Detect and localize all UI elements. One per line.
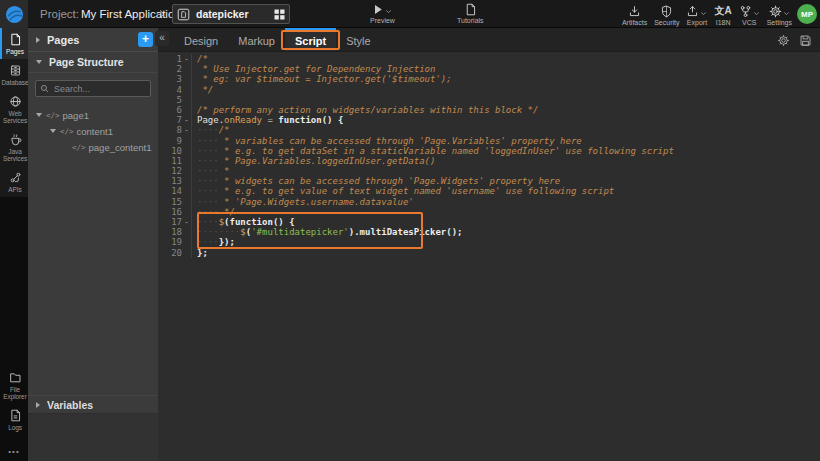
save-icon[interactable] [799,34,812,47]
tab-label: Design [184,35,218,47]
code-line[interactable]: 20}; [158,248,820,258]
caret-down-icon[interactable] [50,129,56,133]
code-line[interactable]: 6/* perform any action on widgets/variab… [158,105,820,115]
tab-style[interactable]: Style [336,28,380,51]
rail-item-logs[interactable]: Logs [0,404,28,435]
rail-item-databases[interactable]: Databases [0,59,28,90]
fold-marker-icon[interactable]: - [182,115,192,125]
caret-right-icon [36,37,40,43]
export-button[interactable]: Export [686,4,707,26]
line-number: 19 [158,237,182,247]
code-line[interactable]: 18········$('#multidatepicker').multiDat… [158,227,820,237]
fold-gutter [182,248,192,258]
fold-marker-icon[interactable]: - [182,217,192,227]
tree-item-label: page_content1 [89,142,152,153]
rail-top-group: PagesDatabasesWeb ServicesJava ServicesA… [0,28,28,197]
code-line[interactable]: 3 * eg: var $timeout = Injector.get('$ti… [158,74,820,84]
code-text: ····/* [197,125,820,135]
code-line[interactable]: 14···· * e.g. to get value of text widge… [158,186,820,196]
chevron-down-icon[interactable] [753,10,760,17]
add-page-button[interactable]: + [138,32,153,47]
rail-item-label: Web Services [2,110,28,124]
pages-panel-header[interactable]: Pages + [28,28,158,52]
security-button[interactable]: Security [654,4,679,26]
code-line[interactable]: 11···· * Page.Variables.loggedInUser.get… [158,156,820,166]
databases-icon [9,64,22,77]
rail-item-java-services[interactable]: Java Services [0,128,28,166]
script-code-editor[interactable]: 1-/*2 * Use Injector.get for Dependency … [158,52,820,461]
tab-script[interactable]: Script [285,28,336,51]
code-line[interactable]: 16···· */ [158,207,820,217]
code-line[interactable]: 17-····$(function() { [158,217,820,227]
user-avatar[interactable]: MP [797,4,817,24]
chevron-down-icon[interactable] [700,10,707,17]
rail-item-file-explorer[interactable]: File Explorer [0,366,28,404]
variables-header[interactable]: Variables [28,395,158,414]
line-number: 15 [158,197,182,207]
fold-gutter [182,136,192,146]
chevron-down-icon[interactable] [783,10,790,17]
line-number: 7 [158,115,182,125]
tab-design[interactable]: Design [174,28,228,51]
page-structure-header[interactable]: Page Structure [28,52,158,73]
code-line[interactable]: 12···· * [158,166,820,176]
rail-item-apis[interactable]: APIs [0,166,28,197]
fold-gutter [182,105,192,115]
code-line[interactable]: 5 [158,95,820,105]
widget-code-icon: </> [60,127,74,136]
tab-markup[interactable]: Markup [228,28,285,51]
code-line[interactable]: 19····}); [158,237,820,247]
settings-button[interactable]: Settings [767,4,792,26]
rail-item-web-services[interactable]: Web Services [0,90,28,128]
code-line[interactable]: 7-Page.onReady = function() { [158,115,820,125]
editor-settings-gear-icon[interactable] [777,34,790,47]
open-page-tab[interactable]: datepicker [172,4,290,24]
wavemaker-logo[interactable] [0,0,28,28]
line-number: 14 [158,186,182,196]
artifacts-button[interactable]: Artifacts [622,4,647,26]
grid-icon[interactable] [270,9,285,20]
caret-down-icon [36,60,42,64]
chevron-right-icon [157,7,167,21]
tree-item-page_content1[interactable]: </>page_content1 [28,139,158,155]
rail-item-label: Logs [8,424,22,431]
rail-item-pages[interactable]: Pages [0,28,28,59]
code-text: ···· */ [197,207,820,217]
tutorials-button[interactable]: Tutorials [457,2,484,24]
tree-item-content1[interactable]: </>content1 [28,123,158,139]
i18n-icon: 文A [714,4,731,18]
collapse-panel-button[interactable]: « [155,31,169,46]
fold-marker-icon[interactable]: - [182,125,192,135]
code-line[interactable]: 13···· * widgets can be accessed through… [158,176,820,186]
code-line[interactable]: 9···· * variables can be accessed throug… [158,136,820,146]
code-line[interactable]: 10···· * e.g. to get dataSet in a static… [158,146,820,156]
search-icon [40,84,49,93]
code-text: * eg: var $timeout = Injector.get('$time… [197,74,820,84]
fold-gutter [182,227,192,237]
line-number: 9 [158,136,182,146]
search-box[interactable] [35,80,151,97]
line-number: 16 [158,207,182,217]
code-line[interactable]: 8-····/* [158,125,820,135]
i18n-button[interactable]: 文AI18N [714,4,731,26]
code-line[interactable]: 1-/* [158,54,820,64]
fold-gutter [182,176,192,186]
preview-button[interactable]: Preview [370,2,395,24]
logs-icon [9,409,22,422]
file-explorer-icon [9,371,22,384]
more-icon[interactable]: ••• [0,447,28,456]
tree-item-page1[interactable]: </>page1 [28,107,158,123]
vcs-button[interactable]: VCS [739,4,760,26]
line-number: 2 [158,64,182,74]
line-number: 18 [158,227,182,237]
code-text: ····$(function() { [197,217,820,227]
code-line[interactable]: 2 * Use Injector.get for Dependency Inje… [158,64,820,74]
topbar-right-actions: ArtifactsSecurityExport文AI18NVCSSettings [622,2,792,24]
caret-down-icon[interactable] [36,113,42,117]
code-line[interactable]: 15···· * 'Page.Widgets.username.datavalu… [158,197,820,207]
panel-bottom-spacer [28,414,158,461]
chevron-down-icon[interactable] [385,8,392,15]
code-line[interactable]: 4 */ [158,85,820,95]
search-input[interactable] [52,83,146,95]
fold-marker-icon[interactable]: - [182,54,192,64]
